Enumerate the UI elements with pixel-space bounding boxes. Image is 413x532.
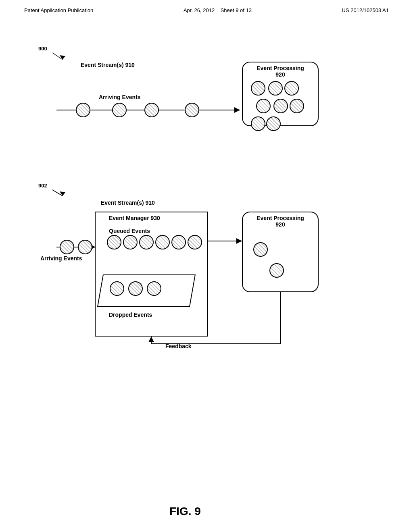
header-center: Apr. 26, 2012 Sheet 9 of 13 bbox=[184, 7, 252, 13]
ep-bot-circle-1 bbox=[253, 242, 268, 257]
d-circle-1 bbox=[110, 281, 124, 296]
ep-circle-2 bbox=[268, 81, 283, 96]
ref-label-902: 902 bbox=[38, 183, 47, 189]
figure-label: FIG. 9 bbox=[169, 505, 201, 518]
event-circle-4 bbox=[185, 103, 199, 117]
arriving-events-label-bot: Arriving Events bbox=[40, 255, 82, 262]
ep-circle-5 bbox=[273, 99, 288, 113]
event-stream-label-top: Event Stream(s) 910 bbox=[81, 62, 135, 68]
diagram-area: 900 Event Stream(s) 910 Arriving Events … bbox=[0, 21, 413, 513]
arr-circle-1 bbox=[60, 240, 74, 254]
svg-marker-5 bbox=[60, 191, 65, 196]
q-circle-5 bbox=[171, 235, 186, 249]
ep-circle-7 bbox=[251, 116, 265, 131]
q-circle-6 bbox=[188, 235, 202, 249]
page-header: Patent Application Publication Apr. 26, … bbox=[0, 0, 413, 17]
ep-bot-circle-2 bbox=[269, 263, 284, 278]
event-circle-3 bbox=[144, 103, 159, 117]
svg-line-0 bbox=[52, 53, 63, 60]
header-left: Patent Application Publication bbox=[24, 7, 93, 13]
event-manager-label: Event Manager 930 bbox=[109, 215, 160, 221]
svg-marker-1 bbox=[60, 55, 65, 60]
q-circle-4 bbox=[155, 235, 170, 249]
ref-label-900: 900 bbox=[38, 46, 47, 52]
svg-line-4 bbox=[52, 190, 63, 196]
dropped-events-label: Dropped Events bbox=[109, 312, 152, 318]
ep-circle-4 bbox=[256, 99, 271, 113]
arr-circle-2 bbox=[78, 240, 92, 254]
ep-circle-1 bbox=[251, 81, 265, 96]
arriving-events-label-top: Arriving Events bbox=[99, 94, 140, 100]
ep-box-top-label: Event Processing920 bbox=[250, 65, 311, 78]
ep-circle-6 bbox=[290, 99, 304, 113]
event-circle-1 bbox=[76, 103, 90, 117]
q-circle-1 bbox=[107, 235, 121, 249]
ep-circle-8 bbox=[266, 116, 281, 131]
d-circle-3 bbox=[147, 281, 161, 296]
svg-marker-9 bbox=[236, 238, 242, 244]
svg-marker-3 bbox=[234, 107, 240, 113]
ep-box-bot-label: Event Processing920 bbox=[250, 215, 311, 228]
event-circle-2 bbox=[112, 103, 127, 117]
ep-circle-3 bbox=[284, 81, 299, 96]
queued-events-label: Queued Events bbox=[109, 228, 150, 234]
d-circle-2 bbox=[128, 281, 143, 296]
q-circle-3 bbox=[139, 235, 154, 249]
svg-marker-13 bbox=[148, 337, 154, 342]
feedback-label: Feedback bbox=[165, 343, 192, 349]
q-circle-2 bbox=[123, 235, 138, 249]
event-stream-label-bot: Event Stream(s) 910 bbox=[101, 200, 155, 206]
header-right: US 2012/102503 A1 bbox=[342, 7, 389, 13]
